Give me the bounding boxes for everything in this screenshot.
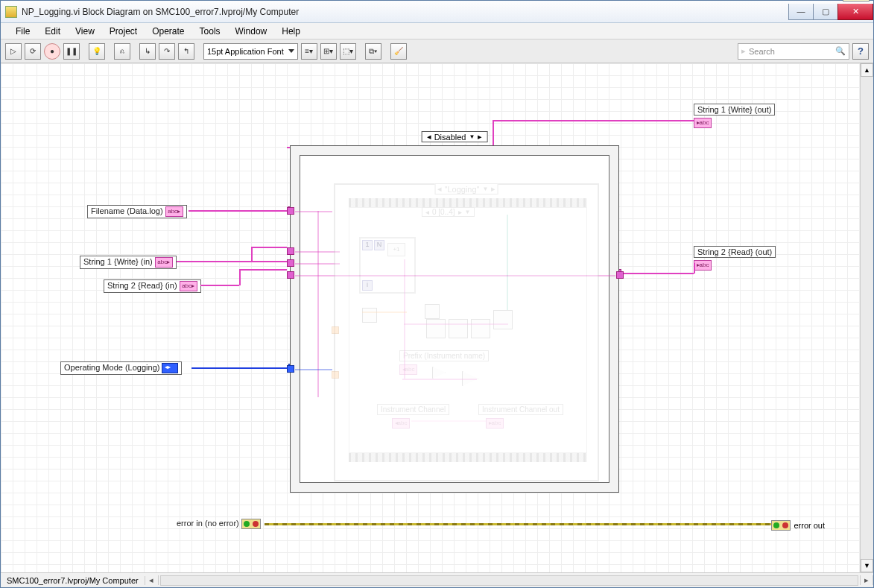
terminal-op-mode[interactable]: Operating Mode (Logging) bbox=[60, 361, 182, 375]
terminal-string1-in[interactable]: String 1 {Write} (in) abc▸ bbox=[80, 256, 177, 269]
status-crumb[interactable]: SMC100_error7.lvproj/My Computer bbox=[1, 576, 145, 585]
scroll-down-button[interactable]: ▼ bbox=[861, 559, 873, 572]
wire bbox=[200, 285, 239, 286]
align-button[interactable]: ≡▾ bbox=[301, 43, 317, 60]
prefix-terminal[interactable]: ◂abc bbox=[399, 362, 417, 376]
reorder-button[interactable]: ⧉▾ bbox=[365, 43, 381, 60]
menu-tools[interactable]: Tools bbox=[192, 24, 228, 39]
titlebar: NP_Logging.vi Block Diagram on SMC100_er… bbox=[1, 1, 873, 23]
sequence-top bbox=[349, 198, 587, 207]
canvas-wrap: String 1 {Write} (out) ▸abc Filename (Da… bbox=[1, 63, 860, 572]
menu-view[interactable]: View bbox=[68, 24, 102, 39]
scroll-right-button[interactable]: ▸ bbox=[860, 575, 873, 585]
font-label: 15pt Application Font bbox=[207, 47, 284, 56]
step-over-button[interactable]: ↷ bbox=[159, 43, 175, 60]
tunnel bbox=[287, 271, 294, 279]
chan-out-label: Instrument Channel out bbox=[478, 404, 563, 415]
wire bbox=[251, 247, 287, 248]
menu-project[interactable]: Project bbox=[102, 24, 145, 39]
abort-button[interactable]: ● bbox=[44, 43, 60, 60]
wire bbox=[239, 269, 241, 285]
fn-node-2[interactable] bbox=[449, 319, 468, 338]
error-wire bbox=[265, 523, 771, 525]
disable-case-selector[interactable]: ◂Disabled▼▸ bbox=[422, 131, 488, 142]
wire bbox=[191, 367, 291, 369]
chan-in-terminal[interactable]: ◂abc bbox=[392, 416, 410, 429]
search-input[interactable]: ▸ Search 🔍 bbox=[738, 43, 849, 60]
diagram-disable-structure[interactable]: ◂Disabled▼▸ bbox=[290, 145, 619, 493]
file-node[interactable] bbox=[425, 304, 440, 319]
increment-node: +1 bbox=[387, 243, 405, 256]
for-loop[interactable]: 1 N i +1 bbox=[359, 237, 416, 294]
string1-out-indicator[interactable]: ▸abc bbox=[694, 116, 712, 129]
status-bar: SMC100_error7.lvproj/My Computer ◂ ▸ bbox=[1, 572, 873, 587]
distribute-button[interactable]: ⊞▾ bbox=[320, 43, 337, 60]
run-continuous-button[interactable]: ⟳ bbox=[25, 43, 41, 60]
const-node[interactable] bbox=[362, 308, 377, 323]
scroll-track[interactable] bbox=[861, 77, 873, 559]
context-help-button[interactable]: ? bbox=[852, 43, 869, 60]
workspace: String 1 {Write} (out) ▸abc Filename (Da… bbox=[1, 63, 873, 572]
resize-button[interactable]: ⬚▾ bbox=[340, 43, 356, 60]
fn-node-4[interactable] bbox=[493, 310, 513, 329]
sequence-frame-selector[interactable]: ◂0 [0..4]▸▼ bbox=[422, 207, 475, 217]
menu-window[interactable]: Window bbox=[228, 24, 275, 39]
terminal-string2-out[interactable]: String 2 {Read} (out) bbox=[694, 246, 776, 258]
wire bbox=[239, 269, 287, 271]
for-count-1: 1 bbox=[362, 240, 373, 250]
menu-edit[interactable]: Edit bbox=[37, 24, 68, 39]
menu-file[interactable]: File bbox=[8, 24, 37, 39]
scroll-left-button[interactable]: ◂ bbox=[145, 575, 159, 585]
close-button[interactable]: ✕ bbox=[837, 4, 873, 20]
terminal-error-out[interactable]: error out bbox=[771, 518, 825, 531]
search-area: ▸ Search 🔍 ? bbox=[738, 43, 869, 60]
block-diagram[interactable]: String 1 {Write} (out) ▸abc Filename (Da… bbox=[1, 63, 860, 572]
sequence-bottom bbox=[349, 453, 587, 462]
inner-case-selector[interactable]: ◂"Logging"▼▸ bbox=[435, 183, 498, 195]
terminal-string2-in[interactable]: String 2 {Read} (in) abc▸ bbox=[104, 279, 201, 293]
string2-out-indicator[interactable]: ▸abc bbox=[694, 258, 712, 271]
chan-out-terminal[interactable]: ▸abc bbox=[486, 416, 504, 429]
inner-case-structure[interactable]: ◂"Logging"▼▸ ◂0 [0..4]▸▼ bbox=[334, 183, 599, 481]
connector-icon[interactable]: Load& bbox=[843, 0, 870, 1]
terminal-filename[interactable]: Filename (Data.log) abc▸ bbox=[87, 205, 187, 218]
retain-wire-button[interactable]: ⎌ bbox=[114, 43, 130, 60]
step-into-button[interactable]: ↳ bbox=[139, 43, 156, 60]
vi-icon bbox=[5, 6, 17, 18]
pause-button[interactable]: ❚❚ bbox=[63, 43, 80, 60]
prefix-label: Prefix (Instrument name) bbox=[399, 350, 489, 361]
menubar: File Edit View Project Operate Tools Win… bbox=[1, 23, 873, 39]
cleanup-button[interactable]: 🧹 bbox=[390, 43, 407, 60]
chevron-down-icon bbox=[288, 49, 294, 53]
horizontal-scrollbar[interactable] bbox=[160, 575, 858, 586]
search-icon: 🔍 bbox=[835, 46, 846, 56]
tunnel bbox=[287, 207, 294, 215]
scroll-up-button[interactable]: ▲ bbox=[861, 63, 873, 77]
wire bbox=[493, 120, 494, 147]
wire bbox=[694, 263, 695, 274]
fn-node-3[interactable] bbox=[471, 319, 490, 338]
menu-help[interactable]: Help bbox=[274, 24, 308, 39]
maximize-button[interactable]: ▢ bbox=[813, 4, 838, 20]
tunnel bbox=[287, 259, 294, 267]
wire bbox=[177, 261, 288, 262]
wire bbox=[618, 273, 694, 274]
wire bbox=[493, 120, 694, 121]
vertical-scrollbar[interactable]: ▲ ▼ bbox=[860, 63, 873, 572]
chan-in-label: Instrument Channel bbox=[377, 404, 449, 415]
minimize-button[interactable]: — bbox=[788, 4, 814, 20]
tunnel bbox=[616, 271, 624, 279]
app-window: NP_Logging.vi Block Diagram on SMC100_er… bbox=[0, 0, 874, 588]
fn-node-1[interactable] bbox=[426, 319, 446, 338]
terminal-error-in[interactable]: error in (no error) bbox=[174, 518, 264, 530]
font-selector[interactable]: 15pt Application Font bbox=[203, 43, 298, 60]
highlight-exec-button[interactable]: 💡 bbox=[89, 43, 105, 60]
step-out-button[interactable]: ↰ bbox=[178, 43, 194, 60]
window-title: NP_Logging.vi Block Diagram on SMC100_er… bbox=[22, 7, 789, 17]
wire bbox=[251, 247, 253, 262]
run-button[interactable]: ▷ bbox=[5, 43, 22, 60]
menu-operate[interactable]: Operate bbox=[145, 24, 191, 39]
for-N: N bbox=[374, 240, 384, 250]
for-i: i bbox=[362, 280, 373, 291]
terminal-string1-out[interactable]: String 1 {Write} (out) bbox=[694, 104, 775, 116]
